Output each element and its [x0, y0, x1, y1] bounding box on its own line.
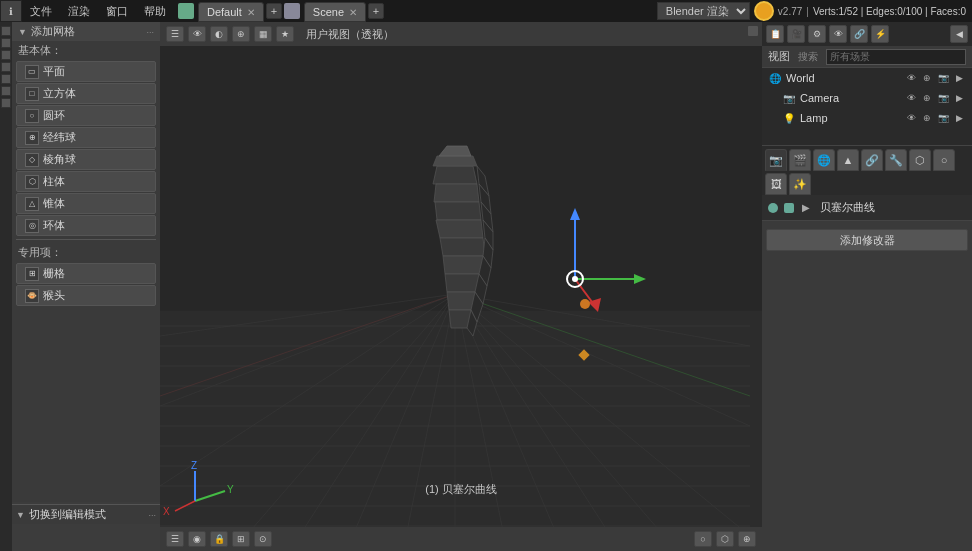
obj-data-bar: ▶ 贝塞尔曲线 [762, 195, 972, 221]
menu-help[interactable]: 帮助 [136, 0, 174, 22]
vp-icon-render[interactable]: ★ [276, 26, 294, 42]
tool-cube[interactable]: □ 立方体 [16, 83, 156, 104]
lamp-icon: 💡 [782, 111, 796, 125]
vp-bottom-icon8[interactable]: ⊕ [738, 531, 756, 547]
rp-icon7[interactable]: ◀ [950, 25, 968, 43]
tool-icon-2[interactable] [1, 38, 11, 48]
menu-render[interactable]: 渲染 [60, 0, 98, 22]
tool-icon-6[interactable] [1, 86, 11, 96]
lamp-sel-icon[interactable]: ⊕ [920, 111, 934, 125]
outliner-item-camera[interactable]: 📷 Camera 👁 ⊕ 📷 ▶ [762, 88, 972, 108]
vp-bottom-icon6[interactable]: ○ [694, 531, 712, 547]
world-vis-icon[interactable]: 👁 [904, 71, 918, 85]
cylinder-label: 柱体 [43, 174, 65, 189]
prop-tab-texture[interactable]: 🖼 [765, 173, 787, 195]
world-sel-icon[interactable]: ⊕ [920, 71, 934, 85]
prop-tab-particles[interactable]: ✨ [789, 173, 811, 195]
camera-vis-icon[interactable]: 👁 [904, 91, 918, 105]
torus-icon: ◎ [25, 219, 39, 233]
vp-icon-layers[interactable]: ▦ [254, 26, 272, 42]
mode-bar[interactable]: ▼ 切换到编辑模式 ··· [12, 504, 160, 524]
viewport-corner[interactable] [748, 26, 758, 36]
tool-icon-1[interactable] [1, 26, 11, 36]
tool-circle[interactable]: ○ 圆环 [16, 105, 156, 126]
vp-bottom-icon4[interactable]: ⊞ [232, 531, 250, 547]
tool-icon-4[interactable] [1, 62, 11, 72]
icosphere-icon: ◇ [25, 153, 39, 167]
tool-monkey[interactable]: 🐵 猴头 [16, 285, 156, 306]
tool-uvsphere[interactable]: ⊕ 经纬球 [16, 127, 156, 148]
engine-select[interactable]: Blender 渲染 [657, 2, 750, 20]
tool-icon-7[interactable] [1, 98, 11, 108]
prop-tab-scene[interactable]: 🎬 [789, 149, 811, 171]
tab-scene[interactable]: Scene ✕ [304, 2, 366, 22]
vp-bottom-icon3[interactable]: 🔒 [210, 531, 228, 547]
tool-cylinder[interactable]: ⬡ 柱体 [16, 171, 156, 192]
collapse-icon: ▼ [18, 27, 27, 37]
menu-file[interactable]: 文件 [22, 0, 60, 22]
prop-tab-data[interactable]: ⬡ [909, 149, 931, 171]
tool-cone[interactable]: △ 锥体 [16, 193, 156, 214]
world-render-icon[interactable]: 📷 [936, 71, 950, 85]
world-more-icon[interactable]: ▶ [952, 71, 966, 85]
tab-default-close[interactable]: ✕ [247, 7, 255, 18]
prop-tab-render[interactable]: 📷 [765, 149, 787, 171]
cylinder-icon: ⬡ [25, 175, 39, 189]
vp-bottom-icon1[interactable]: ☰ [166, 531, 184, 547]
outliner-item-lamp[interactable]: 💡 Lamp 👁 ⊕ 📷 ▶ [762, 108, 972, 128]
vp-bottom-icon5[interactable]: ⊙ [254, 531, 272, 547]
rp-icon2[interactable]: 🎥 [787, 25, 805, 43]
modifiers-section: 添加修改器 [762, 221, 972, 255]
vp-icon-mode[interactable]: ☰ [166, 26, 184, 42]
tool-grid[interactable]: ⊞ 栅格 [16, 263, 156, 284]
tab-add-btn[interactable]: + [266, 3, 282, 19]
vp-bottom-icon2[interactable]: ◉ [188, 531, 206, 547]
camera-render-icon[interactable]: 📷 [936, 91, 950, 105]
vp-icon-view[interactable]: 👁 [188, 26, 206, 42]
tool-plane[interactable]: ▭ 平面 [16, 61, 156, 82]
tool-icosphere[interactable]: ◇ 棱角球 [16, 149, 156, 170]
info-icon-btn[interactable]: ℹ [0, 0, 22, 22]
prop-tab-world[interactable]: 🌐 [813, 149, 835, 171]
add-mesh-header[interactable]: ▼ 添加网格 ··· [12, 22, 160, 41]
tab-scene-label: Scene [313, 6, 344, 18]
outliner-item-world[interactable]: 🌐 World 👁 ⊕ 📷 ▶ [762, 68, 972, 88]
prop-tab-material[interactable]: ○ [933, 149, 955, 171]
camera-sel-icon[interactable]: ⊕ [920, 91, 934, 105]
tool-torus[interactable]: ◎ 环体 [16, 215, 156, 236]
properties-panel: 📷 🎬 🌐 ▲ 🔗 🔧 ⬡ ○ 🖼 ✨ ▶ 贝塞尔曲线 添加修改器 [762, 146, 972, 255]
prop-tab-object[interactable]: ▲ [837, 149, 859, 171]
viewport-label: 用户视图（透视） [306, 27, 394, 42]
rp-icon5[interactable]: 🔗 [850, 25, 868, 43]
scene-area[interactable]: Y Z X (1) 贝塞尔曲线 [160, 46, 762, 527]
add-modifier-btn[interactable]: 添加修改器 [766, 229, 968, 251]
tool-icon-5[interactable] [1, 74, 11, 84]
outliner-search[interactable] [826, 49, 966, 65]
lamp-render-icon[interactable]: 📷 [936, 111, 950, 125]
stats-label: Verts:1/52 | Edges:0/100 | Faces:0 [813, 6, 966, 17]
tab-scene-add-btn[interactable]: + [368, 3, 384, 19]
tab-default[interactable]: Default ✕ [198, 2, 264, 22]
vp-bottom-icon7[interactable]: ⬡ [716, 531, 734, 547]
vp-icon-manipulator[interactable]: ⊕ [232, 26, 250, 42]
rp-icon6[interactable]: ⚡ [871, 25, 889, 43]
tool-icon-3[interactable] [1, 50, 11, 60]
icosphere-label: 棱角球 [43, 152, 76, 167]
right-panel: 📋 🎥 ⚙ 👁 🔗 ⚡ ◀ 视图 搜索 🌐 World 👁 ⊕ 📷 ▶ [762, 22, 972, 551]
vp-icon-shading[interactable]: ◐ [210, 26, 228, 42]
lamp-vis-icon[interactable]: 👁 [904, 111, 918, 125]
grid-svg: Y Z X [160, 46, 762, 527]
camera-more-icon[interactable]: ▶ [952, 91, 966, 105]
rp-icon3[interactable]: ⚙ [808, 25, 826, 43]
prop-tab-modifiers[interactable]: 🔧 [885, 149, 907, 171]
menu-window[interactable]: 窗口 [98, 0, 136, 22]
viewport-header: ☰ 👁 ◐ ⊕ ▦ ★ 用户视图（透视） [160, 22, 762, 46]
rp-icon1[interactable]: 📋 [766, 25, 784, 43]
world-actions: 👁 ⊕ 📷 ▶ [904, 71, 966, 85]
rp-icon4[interactable]: 👁 [829, 25, 847, 43]
lamp-more-icon[interactable]: ▶ [952, 111, 966, 125]
uvsphere-icon: ⊕ [25, 131, 39, 145]
tab-scene-close[interactable]: ✕ [349, 7, 357, 18]
svg-text:Y: Y [227, 484, 234, 495]
prop-tab-constraints[interactable]: 🔗 [861, 149, 883, 171]
